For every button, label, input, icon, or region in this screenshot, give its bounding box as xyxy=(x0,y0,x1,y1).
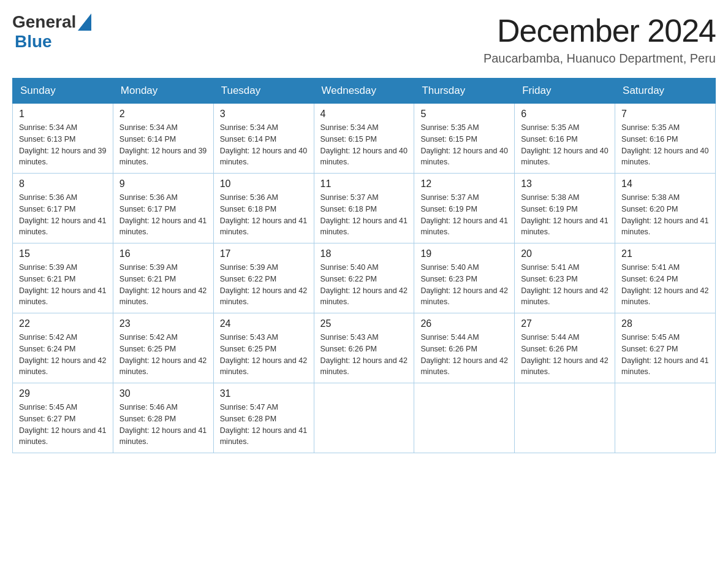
day-info: Sunrise: 5:35 AM Sunset: 6:16 PM Dayligh… xyxy=(621,122,709,168)
day-info: Sunrise: 5:36 AM Sunset: 6:17 PM Dayligh… xyxy=(19,192,107,238)
day-info: Sunrise: 5:40 AM Sunset: 6:22 PM Dayligh… xyxy=(320,262,408,308)
logo-text-blue: Blue xyxy=(15,32,52,52)
day-number: 16 xyxy=(119,248,207,259)
day-info: Sunrise: 5:34 AM Sunset: 6:14 PM Dayligh… xyxy=(119,122,207,168)
day-number: 21 xyxy=(621,248,709,259)
day-number: 30 xyxy=(119,388,207,399)
calendar-day-cell xyxy=(515,383,615,453)
day-number: 3 xyxy=(220,109,308,120)
day-info: Sunrise: 5:47 AM Sunset: 6:28 PM Dayligh… xyxy=(220,402,308,448)
day-number: 8 xyxy=(19,178,107,190)
day-number: 11 xyxy=(320,178,408,190)
day-info: Sunrise: 5:45 AM Sunset: 6:27 PM Dayligh… xyxy=(621,332,709,378)
day-info: Sunrise: 5:35 AM Sunset: 6:15 PM Dayligh… xyxy=(420,122,508,168)
page-header: General Blue December 2024 Paucarbamba, … xyxy=(12,12,716,66)
calendar-day-cell: 27 Sunrise: 5:44 AM Sunset: 6:26 PM Dayl… xyxy=(515,313,615,383)
calendar-day-cell: 4 Sunrise: 5:34 AM Sunset: 6:15 PM Dayli… xyxy=(314,104,414,174)
calendar-day-cell: 14 Sunrise: 5:38 AM Sunset: 6:20 PM Dayl… xyxy=(615,174,716,243)
day-info: Sunrise: 5:35 AM Sunset: 6:16 PM Dayligh… xyxy=(521,122,609,168)
calendar-day-cell: 6 Sunrise: 5:35 AM Sunset: 6:16 PM Dayli… xyxy=(515,104,615,174)
day-number: 31 xyxy=(220,388,308,399)
day-number: 22 xyxy=(19,318,107,329)
location-title: Paucarbamba, Huanuco Department, Peru xyxy=(483,52,716,66)
calendar-day-cell: 30 Sunrise: 5:46 AM Sunset: 6:28 PM Dayl… xyxy=(113,383,213,453)
day-info: Sunrise: 5:39 AM Sunset: 6:22 PM Dayligh… xyxy=(220,262,308,308)
day-info: Sunrise: 5:34 AM Sunset: 6:14 PM Dayligh… xyxy=(220,122,308,168)
calendar-week-row: 22 Sunrise: 5:42 AM Sunset: 6:24 PM Dayl… xyxy=(13,313,716,383)
calendar-day-cell: 21 Sunrise: 5:41 AM Sunset: 6:24 PM Dayl… xyxy=(615,243,716,313)
day-info: Sunrise: 5:39 AM Sunset: 6:21 PM Dayligh… xyxy=(19,262,107,308)
weekday-header-sunday: Sunday xyxy=(13,79,113,104)
day-number: 5 xyxy=(420,109,508,120)
day-number: 27 xyxy=(521,318,609,329)
day-info: Sunrise: 5:36 AM Sunset: 6:18 PM Dayligh… xyxy=(220,192,308,238)
day-info: Sunrise: 5:36 AM Sunset: 6:17 PM Dayligh… xyxy=(119,192,207,238)
day-number: 2 xyxy=(119,109,207,120)
day-number: 24 xyxy=(220,318,308,329)
day-number: 17 xyxy=(220,248,308,259)
day-number: 20 xyxy=(521,248,609,259)
calendar-day-cell xyxy=(314,383,414,453)
day-info: Sunrise: 5:38 AM Sunset: 6:19 PM Dayligh… xyxy=(521,192,609,238)
calendar-day-cell: 2 Sunrise: 5:34 AM Sunset: 6:14 PM Dayli… xyxy=(113,104,213,174)
calendar-day-cell: 29 Sunrise: 5:45 AM Sunset: 6:27 PM Dayl… xyxy=(13,383,113,453)
calendar-day-cell: 19 Sunrise: 5:40 AM Sunset: 6:23 PM Dayl… xyxy=(414,243,515,313)
day-info: Sunrise: 5:37 AM Sunset: 6:19 PM Dayligh… xyxy=(420,192,508,238)
calendar-day-cell: 28 Sunrise: 5:45 AM Sunset: 6:27 PM Dayl… xyxy=(615,313,716,383)
day-number: 1 xyxy=(19,109,107,120)
day-number: 10 xyxy=(220,178,308,190)
day-info: Sunrise: 5:34 AM Sunset: 6:15 PM Dayligh… xyxy=(320,122,408,168)
day-number: 19 xyxy=(420,248,508,259)
day-number: 18 xyxy=(320,248,408,259)
day-info: Sunrise: 5:44 AM Sunset: 6:26 PM Dayligh… xyxy=(420,332,508,378)
day-number: 25 xyxy=(320,318,408,329)
day-info: Sunrise: 5:41 AM Sunset: 6:24 PM Dayligh… xyxy=(621,262,709,308)
day-info: Sunrise: 5:37 AM Sunset: 6:18 PM Dayligh… xyxy=(320,192,408,238)
calendar-week-row: 15 Sunrise: 5:39 AM Sunset: 6:21 PM Dayl… xyxy=(13,243,716,313)
calendar-day-cell: 12 Sunrise: 5:37 AM Sunset: 6:19 PM Dayl… xyxy=(414,174,515,243)
day-number: 15 xyxy=(19,248,107,259)
day-info: Sunrise: 5:45 AM Sunset: 6:27 PM Dayligh… xyxy=(19,402,107,448)
calendar-day-cell xyxy=(615,383,716,453)
day-info: Sunrise: 5:41 AM Sunset: 6:23 PM Dayligh… xyxy=(521,262,609,308)
calendar-day-cell: 18 Sunrise: 5:40 AM Sunset: 6:22 PM Dayl… xyxy=(314,243,414,313)
day-info: Sunrise: 5:39 AM Sunset: 6:21 PM Dayligh… xyxy=(119,262,207,308)
weekday-header-wednesday: Wednesday xyxy=(314,79,414,104)
calendar-day-cell: 20 Sunrise: 5:41 AM Sunset: 6:23 PM Dayl… xyxy=(515,243,615,313)
calendar-week-row: 8 Sunrise: 5:36 AM Sunset: 6:17 PM Dayli… xyxy=(13,174,716,243)
calendar-day-cell: 26 Sunrise: 5:44 AM Sunset: 6:26 PM Dayl… xyxy=(414,313,515,383)
calendar-day-cell: 22 Sunrise: 5:42 AM Sunset: 6:24 PM Dayl… xyxy=(13,313,113,383)
calendar-day-cell: 17 Sunrise: 5:39 AM Sunset: 6:22 PM Dayl… xyxy=(213,243,314,313)
day-number: 14 xyxy=(621,178,709,190)
weekday-header-row: SundayMondayTuesdayWednesdayThursdayFrid… xyxy=(13,79,716,104)
logo: General Blue xyxy=(12,12,91,52)
svg-marker-0 xyxy=(78,13,91,31)
calendar-day-cell: 11 Sunrise: 5:37 AM Sunset: 6:18 PM Dayl… xyxy=(314,174,414,243)
calendar-day-cell: 25 Sunrise: 5:43 AM Sunset: 6:26 PM Dayl… xyxy=(314,313,414,383)
logo-text-general: General xyxy=(12,12,76,32)
calendar-day-cell: 3 Sunrise: 5:34 AM Sunset: 6:14 PM Dayli… xyxy=(213,104,314,174)
weekday-header-friday: Friday xyxy=(515,79,615,104)
calendar-day-cell: 7 Sunrise: 5:35 AM Sunset: 6:16 PM Dayli… xyxy=(615,104,716,174)
calendar-day-cell: 31 Sunrise: 5:47 AM Sunset: 6:28 PM Dayl… xyxy=(213,383,314,453)
calendar-week-row: 1 Sunrise: 5:34 AM Sunset: 6:13 PM Dayli… xyxy=(13,104,716,174)
month-title: December 2024 xyxy=(483,12,716,49)
calendar-day-cell: 24 Sunrise: 5:43 AM Sunset: 6:25 PM Dayl… xyxy=(213,313,314,383)
day-number: 9 xyxy=(119,178,207,190)
day-number: 6 xyxy=(521,109,609,120)
day-info: Sunrise: 5:42 AM Sunset: 6:24 PM Dayligh… xyxy=(19,332,107,378)
day-number: 4 xyxy=(320,109,408,120)
weekday-header-tuesday: Tuesday xyxy=(213,79,314,104)
day-info: Sunrise: 5:44 AM Sunset: 6:26 PM Dayligh… xyxy=(521,332,609,378)
day-number: 13 xyxy=(521,178,609,190)
day-info: Sunrise: 5:46 AM Sunset: 6:28 PM Dayligh… xyxy=(119,402,207,448)
title-area: December 2024 Paucarbamba, Huanuco Depar… xyxy=(483,12,716,66)
day-info: Sunrise: 5:40 AM Sunset: 6:23 PM Dayligh… xyxy=(420,262,508,308)
calendar-day-cell: 16 Sunrise: 5:39 AM Sunset: 6:21 PM Dayl… xyxy=(113,243,213,313)
day-number: 29 xyxy=(19,388,107,399)
day-number: 12 xyxy=(420,178,508,190)
calendar-day-cell xyxy=(414,383,515,453)
calendar-day-cell: 13 Sunrise: 5:38 AM Sunset: 6:19 PM Dayl… xyxy=(515,174,615,243)
calendar-day-cell: 10 Sunrise: 5:36 AM Sunset: 6:18 PM Dayl… xyxy=(213,174,314,243)
weekday-header-saturday: Saturday xyxy=(615,79,716,104)
